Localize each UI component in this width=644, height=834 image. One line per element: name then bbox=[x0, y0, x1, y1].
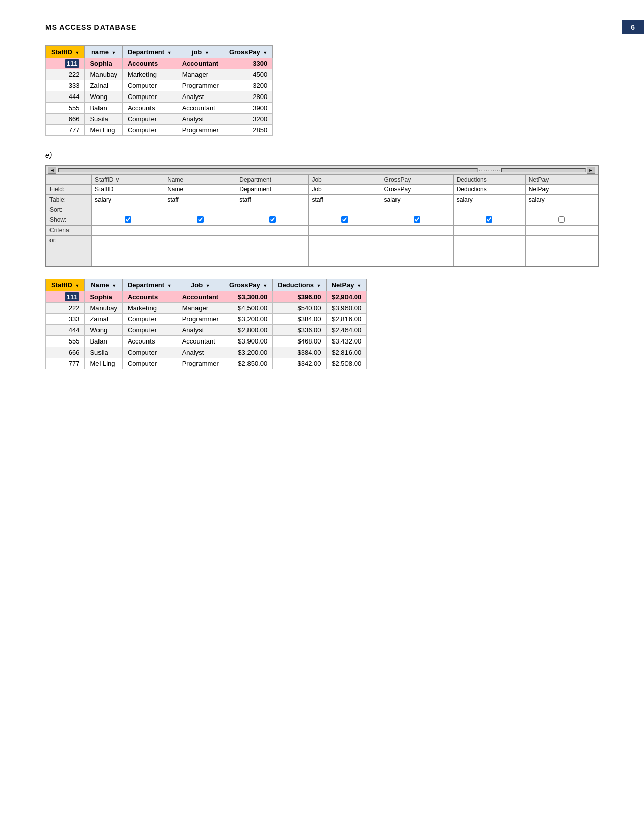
qg-show-deductions[interactable] bbox=[453, 215, 525, 226]
col-grosspay[interactable]: GrossPay ▼ bbox=[224, 46, 272, 58]
scroll-right-btn[interactable]: ► bbox=[587, 167, 595, 174]
row-name: Zainal bbox=[85, 314, 122, 325]
qg-criteria-job[interactable] bbox=[309, 226, 381, 236]
show-staffid-checkbox[interactable] bbox=[125, 216, 131, 223]
qg-col-netpay: NetPay bbox=[525, 175, 598, 185]
row-netpay: $2,816.00 bbox=[326, 347, 367, 358]
row-department: Computer bbox=[122, 358, 177, 369]
qg-criteria-staffid[interactable] bbox=[92, 226, 164, 236]
table1-row: 222ManubayMarketingManager4500 bbox=[46, 69, 273, 80]
qg-criteria-deductions[interactable] bbox=[453, 226, 525, 236]
row-job: Accountant bbox=[177, 291, 224, 303]
qg-field-staffid[interactable]: StaffID bbox=[92, 185, 164, 195]
row-grosspay: 3300 bbox=[224, 58, 272, 69]
qg-field-job[interactable]: Job bbox=[309, 185, 381, 195]
qg-sort-job[interactable] bbox=[309, 205, 381, 215]
table-label: Table: bbox=[46, 195, 92, 205]
qg-show-dept[interactable] bbox=[236, 215, 309, 226]
qg-sort-deductions[interactable] bbox=[453, 205, 525, 215]
show-grosspay-checkbox[interactable] bbox=[414, 216, 420, 223]
t2-name-dropdown-icon: ▼ bbox=[112, 283, 116, 288]
qg-field-netpay[interactable]: NetPay bbox=[525, 185, 598, 195]
qg-or-deductions[interactable] bbox=[453, 236, 525, 246]
qg-or-name[interactable] bbox=[164, 236, 236, 246]
t2-col-staffid[interactable]: StaffID ▼ bbox=[46, 279, 85, 291]
qg-table-department[interactable]: staff bbox=[236, 195, 309, 205]
t2-col-grosspay[interactable]: GrossPay ▼ bbox=[224, 279, 272, 291]
show-name-checkbox[interactable] bbox=[197, 216, 204, 223]
row-name: Sophia bbox=[85, 58, 122, 69]
qg-table-deductions[interactable]: salary bbox=[453, 195, 525, 205]
row-job: Analyst bbox=[177, 325, 224, 336]
qg-criteria-name[interactable] bbox=[164, 226, 236, 236]
show-label: Show: bbox=[46, 215, 92, 226]
row-grosspay: $2,800.00 bbox=[224, 325, 272, 336]
qg-criteria-netpay[interactable] bbox=[525, 226, 598, 236]
show-deductions-checkbox[interactable] bbox=[486, 216, 492, 223]
qg-show-netpay[interactable] bbox=[525, 215, 598, 226]
qg-sort-name[interactable] bbox=[164, 205, 236, 215]
t2-col-job[interactable]: Job ▼ bbox=[177, 279, 224, 291]
t2-col-netpay[interactable]: NetPay ▼ bbox=[326, 279, 367, 291]
qg-table-netpay[interactable]: salary bbox=[525, 195, 598, 205]
qg-or-job[interactable] bbox=[309, 236, 381, 246]
row-grosspay: $3,200.00 bbox=[224, 314, 272, 325]
qg-show-job[interactable] bbox=[309, 215, 381, 226]
qg-or-dept[interactable] bbox=[236, 236, 309, 246]
scroll-left-btn[interactable]: ◄ bbox=[48, 167, 56, 174]
qg-or-netpay[interactable] bbox=[525, 236, 598, 246]
row-job: Analyst bbox=[177, 114, 224, 125]
qg-criteria-grosspay[interactable] bbox=[381, 226, 453, 236]
qg-sort-dept[interactable] bbox=[236, 205, 309, 215]
row-job: Manager bbox=[177, 69, 224, 80]
qg-sort-staffid[interactable] bbox=[92, 205, 164, 215]
row-grosspay: 2800 bbox=[224, 91, 272, 103]
qg-criteria-dept[interactable] bbox=[236, 226, 309, 236]
row-name: Sophia bbox=[85, 291, 122, 303]
qg-sort-grosspay[interactable] bbox=[381, 205, 453, 215]
row-deductions: $336.00 bbox=[273, 325, 326, 336]
qg-table-name[interactable]: staff bbox=[164, 195, 236, 205]
row-name: Mei Ling bbox=[85, 358, 122, 369]
row-netpay: $2,816.00 bbox=[326, 314, 367, 325]
show-netpay-checkbox[interactable] bbox=[558, 216, 565, 223]
qg-or-grosspay[interactable] bbox=[381, 236, 453, 246]
row-grosspay: $4,500.00 bbox=[224, 303, 272, 314]
qg-sort-netpay[interactable] bbox=[525, 205, 598, 215]
query-design-panel: ◄ ············ ► StaffID ∨ Name Departme… bbox=[45, 165, 599, 267]
empty-label1 bbox=[46, 246, 92, 256]
show-job-checkbox[interactable] bbox=[341, 216, 348, 223]
col-staffid[interactable]: StaffID ▼ bbox=[46, 46, 85, 58]
row-staffid: 444 bbox=[46, 325, 85, 336]
row-deductions: $342.00 bbox=[273, 358, 326, 369]
row-grosspay: 3900 bbox=[224, 103, 272, 114]
qg-field-deductions[interactable]: Deductions bbox=[453, 185, 525, 195]
row-staffid: 333 bbox=[46, 314, 85, 325]
t2-dept-dropdown-icon: ▼ bbox=[167, 283, 172, 288]
row-grosspay: 2850 bbox=[224, 125, 272, 136]
t2-col-name[interactable]: Name ▼ bbox=[85, 279, 122, 291]
col-department[interactable]: Department ▼ bbox=[122, 46, 177, 58]
show-dept-checkbox[interactable] bbox=[269, 216, 276, 223]
row-department: Accounts bbox=[122, 103, 177, 114]
qg-field-name[interactable]: Name bbox=[164, 185, 236, 195]
row-grosspay: $3,300.00 bbox=[224, 291, 272, 303]
qg-col-empty bbox=[46, 175, 92, 185]
qg-show-grosspay[interactable] bbox=[381, 215, 453, 226]
col-name[interactable]: name ▼ bbox=[85, 46, 122, 58]
qg-or-staffid[interactable] bbox=[92, 236, 164, 246]
qg-table-job[interactable]: staff bbox=[309, 195, 381, 205]
qg-table-grosspay[interactable]: salary bbox=[381, 195, 453, 205]
col-job[interactable]: job ▼ bbox=[177, 46, 224, 58]
qg-sort-row: Sort: bbox=[46, 205, 598, 215]
qg-table-staffid[interactable]: salary bbox=[92, 195, 164, 205]
t2-col-department[interactable]: Department ▼ bbox=[122, 279, 177, 291]
qg-show-name[interactable] bbox=[164, 215, 236, 226]
qg-field-department[interactable]: Department bbox=[236, 185, 309, 195]
qg-field-grosspay[interactable]: GrossPay bbox=[381, 185, 453, 195]
t2-col-deductions[interactable]: Deductions ▼ bbox=[273, 279, 326, 291]
qg-show-staffid[interactable] bbox=[92, 215, 164, 226]
row-staffid: 777 bbox=[46, 358, 85, 369]
row-grosspay: $3,200.00 bbox=[224, 347, 272, 358]
t2-grosspay-dropdown-icon: ▼ bbox=[263, 283, 267, 288]
